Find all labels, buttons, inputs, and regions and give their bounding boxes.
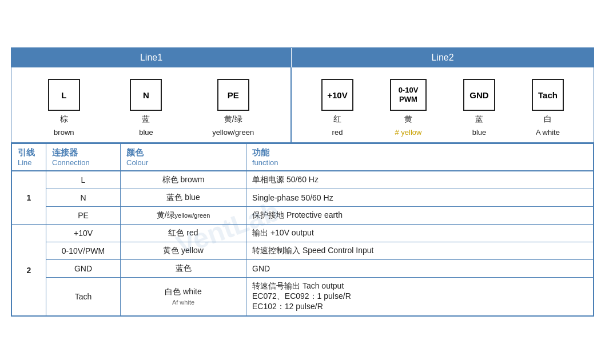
label-en-N: blue [139,128,153,137]
connector-box-PE: PE [217,79,249,111]
connector-box-Tach: Tach [532,79,564,111]
header-line2: Line2 [292,48,594,67]
main-container: Line1 Line2 L 棕 brown N 蓝 blue PE 黄/绿 ye… [11,47,594,317]
func-GND: GND [246,260,594,278]
connector-PWM: 0-10VPWM 黄 # yellow [390,79,427,137]
colour-L: 棕色 browm [121,171,246,189]
colour-GND: 蓝色 [121,260,246,278]
connector-box-L: L [48,79,80,111]
connector-box-PWM: 0-10VPWM [390,79,427,111]
header-row: Line1 Line2 [11,48,594,67]
connector-10V: +10V 红 red [321,79,353,137]
label-zh-Tach: 白 [544,114,552,125]
connector-box-N: N [130,79,162,111]
conn-GND: GND [46,260,121,278]
colour-PE: 黄/绿yellow/green [121,207,246,225]
header-line1: Line1 [11,48,292,67]
col-header-line: 引线 Line [12,144,46,171]
label-en-GND: blue [472,128,487,137]
diagram-line1: L 棕 brown N 蓝 blue PE 黄/绿 yellow/green [11,67,292,142]
data-table: 引线 Line 连接器 Connection 颜色 Colour 功能 func… [11,143,594,316]
func-Tach: 转速信号输出 Tach output EC072、EC092：1 pulse/R… [246,278,594,316]
func-L: 单相电源 50/60 Hz [246,171,594,189]
col-header-func: 功能 function [246,144,594,171]
table-row: 1 L 棕色 browm 单相电源 50/60 Hz [12,171,594,189]
conn-PE: PE [46,207,121,225]
label-zh-L: 棕 [60,114,68,125]
table-row: PE 黄/绿yellow/green 保护接地 Protective earth [12,207,594,225]
connector-N: N 蓝 blue [130,79,162,137]
line-number-1: 1 [12,171,46,225]
colour-PWM: 黄色 yellow [121,242,246,260]
func-N: Single-phase 50/60 Hz [246,189,594,207]
label-zh-PWM: 黄 [404,114,412,125]
connector-GND: GND 蓝 blue [463,79,495,137]
connector-PE: PE 黄/绿 yellow/green [212,79,254,137]
table-header-row: 引线 Line 连接器 Connection 颜色 Colour 功能 func… [12,144,594,171]
table-row: N 蓝色 blue Single-phase 50/60 Hz [12,189,594,207]
table-row: Tach 白色 whiteAf white 转速信号输出 Tach output… [12,278,594,316]
label-en-10V: red [332,128,343,137]
label-en-L: brown [54,128,74,137]
table-row: GND 蓝色 GND [12,260,594,278]
connector-L: L 棕 brown [48,79,80,137]
label-zh-GND: 蓝 [475,114,483,125]
label-zh-PE: 黄/绿 [224,114,242,125]
label-en-Tach: A white [536,128,560,137]
label-zh-N: 蓝 [142,114,150,125]
diagram-row: L 棕 brown N 蓝 blue PE 黄/绿 yellow/green +… [11,67,594,143]
func-PWM: 转速控制输入 Speed Control Input [246,242,594,260]
colour-10V: 红色 red [121,225,246,242]
func-PE: 保护接地 Protective earth [246,207,594,225]
func-10V: 输出 +10V output [246,225,594,242]
conn-PWM: 0-10V/PWM [46,242,121,260]
conn-10V: +10V [46,225,121,242]
conn-Tach: Tach [46,278,121,316]
diagram-line2: +10V 红 red 0-10VPWM 黄 # yellow GND 蓝 blu… [292,67,594,142]
colour-N: 蓝色 blue [121,189,246,207]
label-en-PE: yellow/green [212,128,254,137]
conn-L: L [46,171,121,189]
conn-N: N [46,189,121,207]
col-header-conn: 连接器 Connection [46,144,121,171]
label-zh-10V: 红 [333,114,341,125]
connector-box-10V: +10V [321,79,353,111]
line-number-2: 2 [12,225,46,316]
colour-Tach: 白色 whiteAf white [121,278,246,316]
label-en-PWM: # yellow [395,128,422,137]
connector-box-GND: GND [463,79,495,111]
table-row: 2 +10V 红色 red 输出 +10V output [12,225,594,242]
table-section: 引线 Line 连接器 Connection 颜色 Colour 功能 func… [11,143,594,316]
col-header-colour: 颜色 Colour [121,144,246,171]
connector-Tach: Tach 白 A white [532,79,564,137]
table-row: 0-10V/PWM 黄色 yellow 转速控制输入 Speed Control… [12,242,594,260]
